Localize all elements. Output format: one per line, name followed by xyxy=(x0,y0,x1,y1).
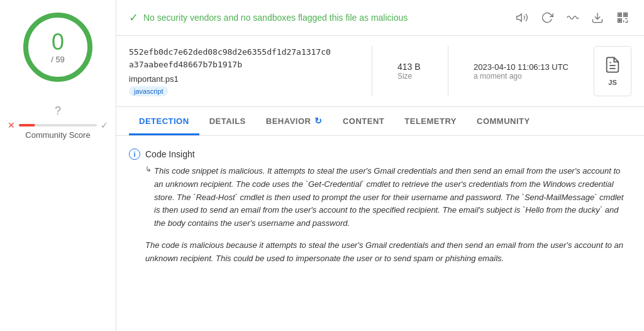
community-score-section: ? ✕ ✓ Community Score xyxy=(0,104,116,140)
tab-telemetry-label: TELEMETRY xyxy=(404,116,457,126)
community-score-label: Community Score xyxy=(25,130,90,140)
file-date-section: 2023-04-10 11:06:13 UTC a moment ago xyxy=(461,46,581,96)
tab-behavior-loading-icon: ↻ xyxy=(314,116,323,126)
tab-community[interactable]: COMMUNITY xyxy=(467,107,540,135)
community-score-bar-fill xyxy=(19,124,35,126)
score-number: 0 xyxy=(52,31,64,53)
tab-community-label: COMMUNITY xyxy=(477,116,530,126)
top-actions xyxy=(513,9,631,26)
file-info-section: 552efb0dc7e62ded08c98d2e6355df1d27a1317c… xyxy=(116,36,644,107)
tab-behavior-label: BEHAVIOR xyxy=(266,116,311,126)
file-date-divider xyxy=(448,46,448,96)
file-icon-symbol xyxy=(604,56,621,77)
right-panel: ✓ No security vendors and no sandboxes f… xyxy=(116,0,644,331)
file-date-value: 2023-04-10 11:06:13 UTC xyxy=(474,62,569,72)
question-mark-icon: ? xyxy=(55,104,61,118)
file-type-ext: JS xyxy=(608,79,616,86)
filename: important.ps1 xyxy=(129,74,359,84)
file-size-label: Size xyxy=(397,72,423,81)
svg-rect-5 xyxy=(625,14,626,16)
wave-icon-button[interactable] xyxy=(564,9,581,26)
hash-line2: a37aabeefd48667b7b1917b xyxy=(129,60,242,69)
content-area: i Code Insight ↳ This code snippet is ma… xyxy=(116,136,644,331)
no-threat-message: ✓ No security vendors and no sandboxes f… xyxy=(129,11,408,25)
community-score-bar xyxy=(19,124,97,126)
tab-detection[interactable]: DETECTION xyxy=(129,107,199,135)
code-insight-title: Code Insight xyxy=(145,149,195,159)
hash-text: 552efb0dc7e62ded08c98d2e6355df1d27a1317c… xyxy=(129,46,359,70)
file-meta-divider xyxy=(372,46,372,96)
svg-rect-6 xyxy=(619,20,621,21)
score-divider: / 59 xyxy=(51,55,65,64)
file-date-relative: a moment ago xyxy=(474,72,569,81)
left-panel: 0 / 59 ? ✕ ✓ Community Score xyxy=(0,0,116,331)
tab-content-label: CONTENT xyxy=(343,116,384,126)
no-threat-text: No security vendors and no sandboxes fla… xyxy=(143,13,408,23)
svg-rect-4 xyxy=(619,14,621,16)
tab-behavior[interactable]: BEHAVIOR ↻ xyxy=(256,107,333,135)
tab-detection-label: DETECTION xyxy=(139,116,189,126)
tab-content[interactable]: CONTENT xyxy=(333,107,394,135)
hash-name-section: 552efb0dc7e62ded08c98d2e6355df1d27a1317c… xyxy=(129,46,359,96)
file-type-icon: JS xyxy=(594,46,631,96)
score-circle: 0 / 59 xyxy=(23,13,92,82)
code-insight-header: i Code Insight xyxy=(129,149,631,160)
insight-body: ↳ This code snippet is malicious. It att… xyxy=(145,165,631,266)
download-icon-button[interactable] xyxy=(589,9,606,26)
qr-icon-button[interactable] xyxy=(614,9,631,26)
check-circle-icon: ✓ xyxy=(129,11,138,25)
info-icon: i xyxy=(129,149,140,160)
top-info-bar: ✓ No security vendors and no sandboxes f… xyxy=(116,0,644,36)
tab-details[interactable]: DETAILS xyxy=(199,107,256,135)
sound-icon-button[interactable] xyxy=(513,9,531,26)
insight-paragraph-2: The code is malicious because it attempt… xyxy=(145,239,631,266)
file-size-section: 413 B Size xyxy=(385,46,435,96)
tabs-bar: DETECTION DETAILS BEHAVIOR ↻ CONTENT TEL… xyxy=(116,107,644,136)
file-size-value: 413 B xyxy=(397,62,423,72)
main-container: 0 / 59 ? ✕ ✓ Community Score ✓ No securi… xyxy=(0,0,644,331)
check-icon-small: ✓ xyxy=(101,120,108,130)
tab-details-label: DETAILS xyxy=(209,116,246,126)
insight-paragraph-1: This code snippet is malicious. It attem… xyxy=(154,165,631,230)
tab-telemetry[interactable]: TELEMETRY xyxy=(394,107,467,135)
cross-icon: ✕ xyxy=(8,120,15,130)
refresh-icon-button[interactable] xyxy=(538,9,556,26)
insight-arrow: ↳ xyxy=(145,165,152,174)
file-tag[interactable]: javascript xyxy=(129,86,168,96)
insight-line-1: ↳ This code snippet is malicious. It att… xyxy=(145,165,631,230)
community-score-bar-row: ✕ ✓ xyxy=(8,120,108,130)
hash-line1: 552efb0dc7e62ded08c98d2e6355df1d27a1317c… xyxy=(129,47,331,57)
